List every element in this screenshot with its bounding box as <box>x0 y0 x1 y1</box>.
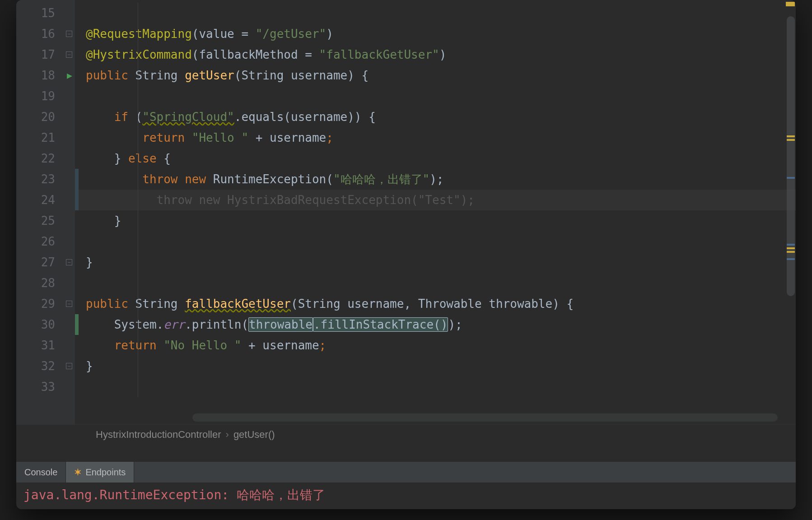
line-number[interactable]: 31 <box>16 335 75 356</box>
code-line[interactable]: } <box>75 356 796 376</box>
gutter: 15 16− 17− 18▶ 19 20 21 22 23 24 25 26 2… <box>16 0 75 424</box>
line-number[interactable]: 25 <box>16 210 75 231</box>
line-number[interactable]: 28 <box>16 273 75 293</box>
line-number[interactable]: 29− <box>16 293 75 314</box>
code-line[interactable]: public String fallbackGetUser(String use… <box>75 293 796 314</box>
error-stripe[interactable] <box>785 0 796 424</box>
warning-marker[interactable] <box>787 251 795 253</box>
breadcrumb[interactable]: HystrixIntroductionController › getUser(… <box>16 424 796 444</box>
line-number[interactable]: 20 <box>16 107 75 127</box>
code-line[interactable] <box>75 231 796 252</box>
endpoints-icon: ✶ <box>74 467 82 478</box>
code-line[interactable]: } else { <box>75 148 796 169</box>
tab-console[interactable]: Console <box>16 462 66 483</box>
warning-marker[interactable] <box>787 139 795 141</box>
breadcrumb-item[interactable]: HystrixIntroductionController <box>96 429 221 441</box>
code-line[interactable] <box>75 376 796 397</box>
line-number[interactable]: 23 <box>16 169 75 190</box>
fold-icon[interactable]: − <box>66 31 72 37</box>
change-marker <box>75 169 79 190</box>
edit-marker[interactable] <box>787 244 795 246</box>
fold-guide <box>137 3 139 424</box>
ide-window: 15 16− 17− 18▶ 19 20 21 22 23 24 25 26 2… <box>16 0 796 509</box>
line-number[interactable]: 16− <box>16 23 75 44</box>
tool-window-tabs: Console ✶ Endpoints <box>16 461 796 483</box>
console-error-line: java.lang.RuntimeException: 哈哈哈，出错了 <box>23 487 789 504</box>
warning-marker[interactable] <box>787 247 795 249</box>
line-number[interactable]: 33 <box>16 376 75 397</box>
code-editor[interactable]: 15 16− 17− 18▶ 19 20 21 22 23 24 25 26 2… <box>16 0 796 424</box>
breadcrumb-item[interactable]: getUser() <box>233 429 275 441</box>
code-line[interactable]: } <box>75 252 796 273</box>
fold-icon[interactable]: − <box>66 51 72 58</box>
line-number[interactable]: 22 <box>16 148 75 169</box>
fold-icon[interactable]: − <box>66 301 72 307</box>
code-line[interactable] <box>75 86 796 107</box>
horizontal-scrollbar[interactable] <box>192 413 778 422</box>
code-line[interactable] <box>75 3 796 23</box>
line-number[interactable]: 17− <box>16 44 75 65</box>
code-area[interactable]: @RequestMapping(value = "/getUser") @Hys… <box>75 0 796 424</box>
line-number[interactable]: 26 <box>16 231 75 252</box>
warning-marker[interactable] <box>787 135 795 137</box>
edit-marker[interactable] <box>787 258 795 260</box>
code-line[interactable]: } <box>75 210 796 231</box>
change-marker <box>75 190 79 210</box>
code-line[interactable]: @RequestMapping(value = "/getUser") <box>75 23 796 44</box>
line-number[interactable]: 21 <box>16 127 75 148</box>
line-number[interactable]: 27− <box>16 252 75 273</box>
line-number[interactable]: 30 <box>16 314 75 335</box>
analysis-status-icon[interactable] <box>786 2 795 6</box>
line-number[interactable]: 18▶ <box>16 65 75 86</box>
edit-marker[interactable] <box>787 177 795 179</box>
tab-endpoints[interactable]: ✶ Endpoints <box>66 462 134 483</box>
code-line[interactable]: return "No Hello " + username; <box>75 335 796 356</box>
line-number[interactable]: 15 <box>16 3 75 23</box>
code-line[interactable] <box>75 273 796 293</box>
panel-gap <box>16 444 796 461</box>
code-line-current[interactable]: throw new HystrixBadRequestException("Te… <box>75 190 796 210</box>
code-line[interactable]: if ("SpringCloud".equals(username)) { <box>75 107 796 127</box>
fold-icon[interactable]: − <box>66 363 72 369</box>
console-output[interactable]: java.lang.RuntimeException: 哈哈哈，出错了 <box>16 483 796 509</box>
code-line[interactable]: return "Hello " + username; <box>75 127 796 148</box>
change-marker <box>75 314 79 335</box>
code-line[interactable]: System.err.println(throwable.fillInStack… <box>75 314 796 335</box>
code-line[interactable]: public String getUser(String username) { <box>75 65 796 86</box>
code-line[interactable]: throw new RuntimeException("哈哈哈，出错了"); <box>75 169 796 190</box>
line-number[interactable]: 24 <box>16 190 75 210</box>
chevron-right-icon: › <box>226 429 229 441</box>
line-number[interactable]: 19 <box>16 86 75 107</box>
fold-icon[interactable]: − <box>66 259 72 265</box>
line-number[interactable]: 32− <box>16 356 75 376</box>
code-line[interactable]: @HystrixCommand(fallbackMethod = "fallba… <box>75 44 796 65</box>
run-gutter-icon[interactable]: ▶ <box>67 65 72 86</box>
